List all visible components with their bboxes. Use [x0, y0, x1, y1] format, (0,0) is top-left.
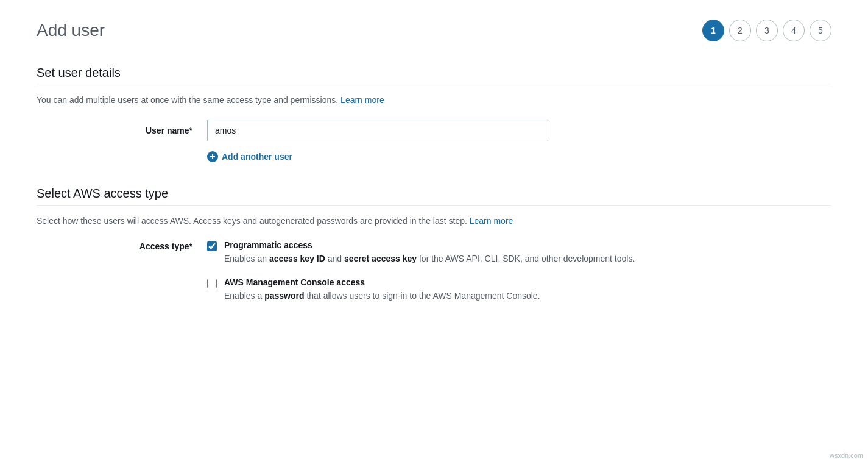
select-access-type-description: Select how these users will access AWS. … — [37, 216, 831, 226]
access-type-label: Access type* — [37, 240, 207, 251]
console-access-description: Enables a password that allows users to … — [224, 290, 831, 302]
page-title: Add user — [37, 21, 105, 40]
user-name-input[interactable] — [207, 120, 548, 141]
watermark: wsxdn.com — [830, 452, 863, 459]
user-name-row: User name* — [37, 120, 831, 141]
step-4[interactable]: 4 — [783, 20, 805, 41]
programmatic-access-option: Programmatic access Enables an access ke… — [207, 240, 831, 265]
programmatic-access-content: Programmatic access Enables an access ke… — [224, 240, 831, 265]
select-access-type-section: Select AWS access type Select how these … — [37, 187, 831, 315]
programmatic-access-description: Enables an access key ID and secret acce… — [224, 252, 831, 265]
step-indicator: 1 2 3 4 5 — [702, 20, 831, 41]
programmatic-access-checkbox[interactable] — [207, 241, 217, 251]
select-access-type-learn-more-link[interactable]: Learn more — [470, 216, 513, 226]
section-divider-2 — [37, 205, 831, 206]
plus-circle-icon: + — [207, 151, 218, 162]
access-options: Programmatic access Enables an access ke… — [207, 240, 831, 315]
set-user-details-section: Set user details You can add multiple us… — [37, 66, 831, 162]
programmatic-access-title: Programmatic access — [224, 240, 831, 250]
access-type-row: Access type* Programmatic access Enables… — [37, 240, 831, 315]
set-user-details-learn-more-link[interactable]: Learn more — [340, 95, 384, 105]
add-another-user-link[interactable]: + Add another user — [207, 151, 292, 162]
step-2[interactable]: 2 — [729, 20, 751, 41]
step-5[interactable]: 5 — [810, 20, 831, 41]
add-another-user-row: + Add another user — [207, 151, 831, 162]
console-access-option: AWS Management Console access Enables a … — [207, 277, 831, 302]
select-access-type-title: Select AWS access type — [37, 187, 831, 201]
section-divider-1 — [37, 85, 831, 85]
console-access-checkbox[interactable] — [207, 279, 217, 288]
set-user-details-title: Set user details — [37, 66, 831, 80]
step-3[interactable]: 3 — [756, 20, 778, 41]
user-name-label: User name* — [37, 126, 207, 135]
step-1[interactable]: 1 — [702, 20, 724, 41]
console-access-content: AWS Management Console access Enables a … — [224, 277, 831, 302]
console-access-title: AWS Management Console access — [224, 277, 831, 287]
page-header: Add user 1 2 3 4 5 — [37, 20, 831, 41]
set-user-details-description: You can add multiple users at once with … — [37, 95, 831, 105]
